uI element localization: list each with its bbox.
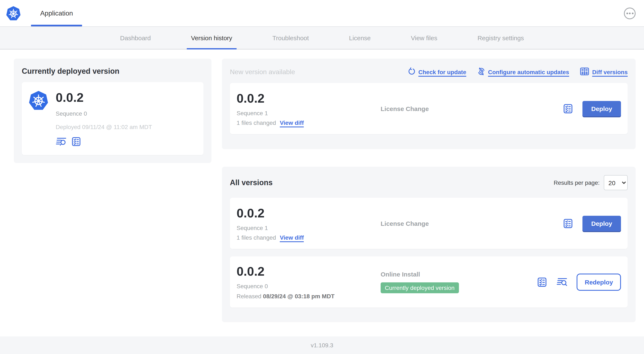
view-diff-link[interactable]: View diff [280, 119, 304, 126]
active-tab-indicator [187, 48, 236, 50]
files-changed-label: 1 files changed [236, 234, 276, 241]
version-sequence: Sequence 0 [236, 283, 380, 289]
new-version-panel: New version available Check for update [222, 59, 636, 149]
released-timestamp: Released 08/29/24 @ 03:18 pm MDT [236, 293, 380, 299]
version-source-column: License Change [380, 105, 563, 112]
deployed-sequence: Sequence 0 [56, 110, 152, 117]
tab-dashboard[interactable]: Dashboard [116, 27, 155, 49]
new-version-card: 0.0.2 Sequence 1 1 files changed View di… [230, 83, 628, 134]
footer: v1.109.3 [0, 336, 644, 354]
page: Application Dashboard Version history Tr… [0, 0, 644, 354]
overflow-menu-button[interactable] [624, 7, 636, 19]
files-changed-label: 1 files changed [236, 119, 276, 126]
all-versions-title: All versions [230, 178, 272, 187]
version-number: 0.0.2 [236, 206, 380, 220]
deploy-logs-icon[interactable] [557, 277, 568, 286]
app-header: Application [0, 0, 644, 26]
kubernetes-logo-icon [6, 6, 21, 21]
auto-update-clock-icon [477, 68, 485, 77]
currently-deployed-badge: Currently deployed version [380, 282, 459, 293]
version-info: 0.0.2 Sequence 1 1 files changed View di… [236, 206, 380, 241]
version-row: 0.0.2 Sequence 1 1 files changed View di… [230, 198, 628, 249]
deploy-button[interactable]: Deploy [582, 101, 621, 116]
tab-version-history-label: Version history [191, 34, 232, 42]
diff-versions-link[interactable]: Diff versions [580, 67, 628, 77]
version-sequence: Sequence 1 [236, 224, 380, 231]
new-version-title: New version available [230, 68, 295, 76]
app-tab[interactable]: Application [31, 0, 82, 26]
deploy-logs-icon[interactable] [56, 137, 66, 146]
tab-view-files-label: View files [411, 34, 437, 42]
version-number: 0.0.2 [236, 91, 380, 105]
deployed-timestamp: Deployed 09/11/24 @ 11:02 am MDT [56, 124, 152, 130]
configure-automatic-updates-link[interactable]: Configure automatic updates [477, 68, 569, 77]
currently-deployed-info: 0.0.2 Sequence 0 Deployed 09/11/24 @ 11:… [56, 91, 152, 147]
version-number: 0.0.2 [236, 264, 380, 279]
version-row: 0.0.2 Sequence 0 Released 08/29/24 @ 03:… [230, 256, 628, 307]
diff-versions-label: Diff versions [592, 69, 628, 75]
check-for-update-label: Check for update [418, 69, 466, 75]
version-info: 0.0.2 Sequence 1 1 files changed View di… [236, 91, 380, 126]
tab-license[interactable]: License [345, 27, 375, 49]
released-date: 08/29/24 @ 03:18 pm MDT [263, 293, 334, 299]
header-links: Check for update [408, 67, 628, 77]
currently-deployed-card: 0.0.2 Sequence 0 Deployed 09/11/24 @ 11:… [22, 82, 204, 155]
version-source-label: License Change [380, 220, 563, 227]
version-source-column: Online Install Currently deployed versio… [380, 271, 537, 293]
version-source-column: License Change [380, 220, 563, 227]
version-actions: Redeploy [537, 273, 621, 290]
preflight-checklist-icon[interactable] [71, 137, 81, 147]
preflight-checklist-icon[interactable] [563, 103, 573, 114]
tab-license-label: License [349, 34, 370, 42]
version-actions: Deploy [563, 101, 621, 116]
version-info: 0.0.2 Sequence 0 Released 08/29/24 @ 03:… [236, 264, 380, 299]
results-per-page-group: Results per page: 20 [554, 175, 628, 190]
results-per-page-label: Results per page: [554, 179, 600, 186]
tab-registry-settings[interactable]: Registry settings [473, 27, 528, 49]
app-tab-underline [31, 25, 82, 26]
version-source-label: Online Install [380, 271, 537, 278]
files-changed-row: 1 files changed View diff [236, 119, 380, 126]
app-tab-label: Application [40, 10, 73, 17]
content: Currently deployed version [0, 50, 644, 336]
right-column: New version available Check for update [222, 59, 636, 322]
preflight-checklist-icon[interactable] [563, 218, 573, 228]
all-versions-header: All versions Results per page: 20 [230, 175, 628, 190]
deployed-version-number: 0.0.2 [56, 91, 152, 105]
deployed-card-actions [56, 137, 152, 147]
view-diff-link[interactable]: View diff [280, 234, 304, 241]
console-version: v1.109.3 [311, 342, 333, 348]
tab-version-history[interactable]: Version history [187, 27, 236, 49]
version-sequence: Sequence 1 [236, 110, 380, 116]
all-versions-panel: All versions Results per page: 20 0.0.2 … [222, 167, 636, 322]
preflight-checklist-icon[interactable] [537, 277, 548, 287]
refresh-icon [408, 68, 416, 77]
configure-automatic-updates-label: Configure automatic updates [488, 69, 569, 75]
deploy-button[interactable]: Deploy [582, 216, 621, 231]
app-logo-icon [28, 91, 48, 147]
currently-deployed-panel: Currently deployed version [14, 59, 212, 163]
diff-icon [580, 67, 589, 77]
new-version-panel-header: New version available Check for update [230, 67, 628, 77]
currently-deployed-title: Currently deployed version [22, 67, 204, 76]
results-per-page-select[interactable]: 20 [604, 175, 628, 190]
tab-view-files[interactable]: View files [407, 27, 442, 49]
tab-dashboard-label: Dashboard [120, 34, 151, 42]
redeploy-button[interactable]: Redeploy [577, 273, 621, 290]
released-prefix: Released [236, 293, 263, 299]
tab-troubleshoot[interactable]: Troubleshoot [268, 27, 313, 49]
tab-registry-settings-label: Registry settings [478, 34, 524, 42]
tab-troubleshoot-label: Troubleshoot [272, 34, 309, 42]
version-source-label: License Change [380, 105, 563, 112]
nav-bar: Dashboard Version history Troubleshoot L… [0, 26, 644, 50]
version-actions: Deploy [563, 216, 621, 231]
check-for-update-link[interactable]: Check for update [408, 68, 466, 77]
files-changed-row: 1 files changed View diff [236, 234, 380, 241]
